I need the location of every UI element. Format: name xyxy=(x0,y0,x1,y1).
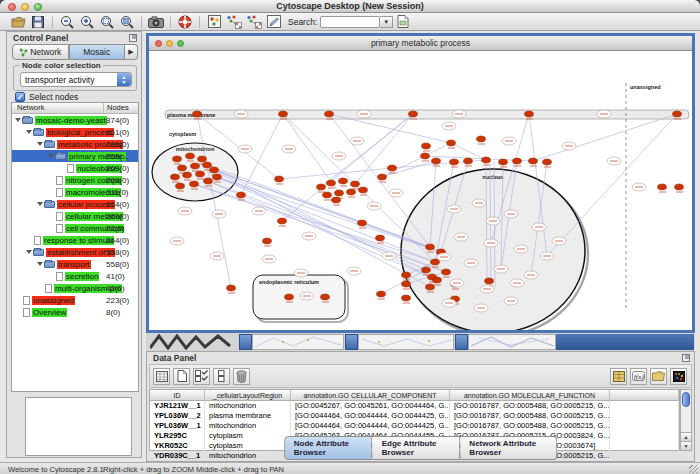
unselect-attributes-icon[interactable] xyxy=(213,368,230,385)
network-node[interactable] xyxy=(529,158,538,164)
network-node[interactable] xyxy=(278,218,287,224)
table-cell[interactable] xyxy=(610,411,679,421)
network-node[interactable] xyxy=(193,111,202,117)
network-node[interactable] xyxy=(339,178,348,184)
network-node[interactable] xyxy=(675,184,684,190)
background-window-titlebar[interactable] xyxy=(455,334,468,350)
table-cell[interactable]: cytoplasm xyxy=(205,431,291,441)
network-node[interactable] xyxy=(323,192,332,198)
table-cell[interactable]: [GO:0016787, GO:0005488, GO:0005215, G..… xyxy=(450,411,610,421)
network-node[interactable] xyxy=(204,178,213,184)
vizmapper-icon[interactable] xyxy=(205,14,223,30)
network-node[interactable] xyxy=(191,163,200,169)
network-node[interactable] xyxy=(433,277,442,283)
tab-mosaic[interactable]: Mosaic xyxy=(69,44,126,60)
tree-row[interactable]: nucleobase-209(0) xyxy=(12,162,138,174)
scrollbar-thumb[interactable] xyxy=(682,392,690,407)
network-node[interactable] xyxy=(402,272,411,278)
annotation-icon[interactable] xyxy=(265,14,283,30)
network-node[interactable] xyxy=(422,267,431,273)
tree-column-network[interactable]: Network xyxy=(12,103,104,113)
expand-triangle-icon[interactable] xyxy=(37,202,43,206)
table-row[interactable]: YPL036W__2plasma membrane[GO:0044464, GO… xyxy=(150,411,679,421)
search-dropdown-button[interactable]: ▼ xyxy=(380,16,393,28)
network-node[interactable] xyxy=(402,281,411,287)
network-node[interactable] xyxy=(325,111,334,117)
resize-grip[interactable] xyxy=(689,465,698,474)
table-cell[interactable]: mitochondrion xyxy=(205,421,291,431)
table-cell[interactable]: [GO:0016787, GO:0005488, GO:0005215, G..… xyxy=(450,421,610,431)
network-node[interactable] xyxy=(482,157,491,163)
network-node[interactable] xyxy=(285,294,294,300)
table-cell[interactable]: YPL036W__2 xyxy=(150,411,205,421)
tree-row[interactable]: primary metabo209(... xyxy=(12,150,138,162)
network-node[interactable] xyxy=(402,295,411,301)
scroll-up-button[interactable]: ▲ xyxy=(681,432,691,441)
apply-layout-icon-1[interactable] xyxy=(225,14,243,30)
birds-eye-view[interactable] xyxy=(25,397,132,456)
network-node[interactable] xyxy=(422,143,431,149)
select-nodes-checkbox[interactable]: ✓ xyxy=(15,92,25,102)
network-node[interactable] xyxy=(183,172,192,178)
table-cell[interactable]: cytoplasm xyxy=(205,441,291,451)
help-icon[interactable] xyxy=(176,14,194,30)
table-cell[interactable]: mitochondrion xyxy=(205,401,291,411)
table-cell[interactable]: plasma membrane xyxy=(205,411,291,421)
tree-row[interactable]: nitrogen compo209(0) xyxy=(12,174,138,186)
node-color-attribute-select[interactable]: transporter activity ▲▼ xyxy=(20,72,132,87)
tab-network-attribute-browser[interactable]: Network Attribute Browser xyxy=(460,436,557,460)
tab-node-attribute-browser[interactable]: Node Attribute Browser xyxy=(284,436,373,460)
table-row[interactable]: YPL036W__1mitochondrion[GO:0044464, GO:0… xyxy=(150,421,679,431)
network-node[interactable] xyxy=(477,136,486,142)
tree-row[interactable]: establishment of lo558(0) xyxy=(12,246,138,258)
background-window-titlebar[interactable] xyxy=(239,334,252,350)
network-node[interactable] xyxy=(203,162,212,168)
network-node[interactable] xyxy=(171,174,180,180)
network-node[interactable] xyxy=(442,269,451,275)
network-node[interactable] xyxy=(198,156,207,162)
network-node[interactable] xyxy=(176,183,185,189)
table-cell[interactable]: YPL036W__1 xyxy=(150,421,205,431)
zoom-out-icon[interactable] xyxy=(58,14,76,30)
network-node[interactable] xyxy=(173,156,182,162)
tab-edge-attribute-browser[interactable]: Edge Attribute Browser xyxy=(373,436,461,460)
network-canvas[interactable]: plasma membranecytoplasmmitochondrionnuc… xyxy=(149,51,692,330)
tree-row[interactable]: biological_process651(0) xyxy=(12,126,138,138)
network-node[interactable] xyxy=(196,171,205,177)
expand-triangle-icon[interactable] xyxy=(26,130,32,134)
network-node[interactable] xyxy=(213,174,222,180)
tree-row[interactable]: metabolic process280(0) xyxy=(12,138,138,150)
network-node[interactable] xyxy=(673,111,682,117)
import-attributes-icon[interactable] xyxy=(650,368,667,385)
network-node[interactable] xyxy=(275,176,284,182)
network-node[interactable] xyxy=(388,165,397,171)
network-node[interactable] xyxy=(279,111,288,117)
background-window-titlebar[interactable] xyxy=(345,334,358,350)
float-panel-icon[interactable] xyxy=(129,34,137,42)
table-cell[interactable]: [GO:0044464, GO:0044444, GO:0044425, G..… xyxy=(291,411,450,421)
expand-triangle-icon[interactable] xyxy=(48,154,54,158)
network-node[interactable] xyxy=(543,159,552,165)
scroll-down-button[interactable]: ▼ xyxy=(681,441,691,450)
network-node[interactable] xyxy=(178,165,187,171)
open-file-icon[interactable] xyxy=(9,14,27,30)
tree-row[interactable]: Overview8(0) xyxy=(12,306,138,318)
table-column-header[interactable]: annotation.GO CELLULAR_COMPONENT xyxy=(291,390,450,400)
network-node[interactable] xyxy=(351,181,360,187)
table-cell[interactable]: YDR039C__1 xyxy=(150,451,205,461)
float-data-panel-icon[interactable] xyxy=(682,354,690,362)
network-node[interactable] xyxy=(421,153,430,159)
network-node[interactable] xyxy=(186,153,195,159)
network-node[interactable] xyxy=(513,158,522,164)
network-node[interactable] xyxy=(464,158,473,164)
new-attribute-icon[interactable] xyxy=(173,368,190,385)
network-node[interactable] xyxy=(431,259,440,265)
network-edge[interactable] xyxy=(207,165,437,280)
table-cell[interactable] xyxy=(610,451,679,461)
table-cell[interactable] xyxy=(610,421,679,431)
more-tabs-button[interactable]: ▶ xyxy=(125,44,138,60)
table-cell[interactable]: mitochondrion xyxy=(205,451,291,461)
network-node[interactable] xyxy=(426,244,435,250)
expand-triangle-icon[interactable] xyxy=(37,262,43,266)
network-node[interactable] xyxy=(376,235,385,241)
